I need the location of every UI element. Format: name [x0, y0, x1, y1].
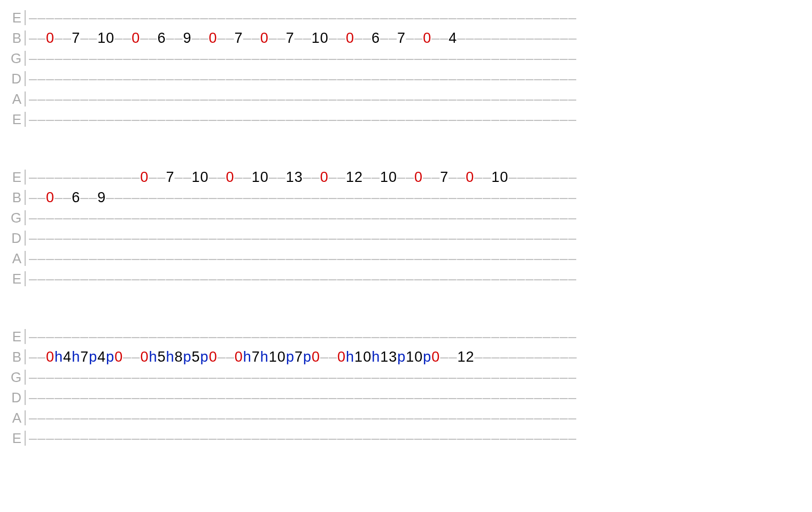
pull-off: p	[423, 350, 431, 364]
fret-open: 0	[423, 31, 431, 45]
pull-off: p	[200, 350, 209, 364]
tab-gap: ––	[29, 350, 46, 364]
hammer-on: h	[372, 350, 380, 364]
tab-string-line: B––0h4h7p4p0––0h5h8p5p0––0h7h10p7p0––0h1…	[11, 347, 801, 367]
string-name: B	[11, 31, 25, 45]
string-name: B	[11, 190, 25, 204]
string-name: E	[11, 330, 25, 343]
tab-gap: ––––––––––––––––––––––––––––––––––––––––…	[46, 431, 560, 446]
tab-gap: ––	[560, 190, 577, 205]
tab-gap: ––––––––––––––––––––––––––––––––––––––––…	[46, 391, 560, 405]
fret-number: 12	[346, 170, 363, 185]
fret-number: 7	[166, 170, 174, 185]
tab-gap: ––	[329, 31, 346, 45]
tab-cells: ––––––––––––––––––––––––––––––––––––––––…	[29, 391, 801, 405]
tab-gap: ––	[560, 211, 577, 225]
bar-line	[25, 51, 26, 66]
tab-gap: ––	[209, 170, 226, 185]
fret-open: 0	[132, 31, 140, 45]
tab-string-line: A–––––––––––––––––––––––––––––––––––––––…	[11, 89, 801, 109]
string-name: G	[11, 211, 25, 225]
fret-number: 6	[72, 190, 80, 205]
bar-line	[25, 349, 26, 364]
tab-gap: ––––––	[508, 170, 560, 185]
fret-number: 7	[252, 350, 260, 364]
tab-cells: ––––––––––––––––––––––––––––––––––––––––…	[29, 330, 801, 344]
tab-gap: ––	[29, 51, 46, 66]
tab-string-line: E–––––––––––––––––––––––––––––––––––––––…	[11, 7, 801, 28]
tab-gap: ––	[329, 170, 346, 185]
fret-number: 10	[252, 170, 269, 185]
string-name: E	[11, 272, 25, 286]
tab-gap: ––	[560, 51, 577, 66]
bar-line	[25, 431, 26, 446]
tab-string-line: E–––––––––––––––––––––––––––––––––––––––…	[11, 269, 801, 289]
tab-block: E–––––––––––––––––––––––––––––––––––––––…	[11, 7, 801, 129]
tab-gap: –	[89, 170, 97, 185]
tab-gap: ––	[29, 11, 46, 25]
fret-open: 0	[46, 350, 55, 364]
string-name: D	[11, 231, 25, 245]
tab-gap: ––	[149, 170, 166, 185]
bar-line	[25, 170, 26, 185]
tab-gap: ––––––––––––––––––––––––––––––––––––––––…	[46, 51, 560, 66]
fret-open: 0	[346, 31, 354, 45]
tab-string-line: A–––––––––––––––––––––––––––––––––––––––…	[11, 408, 801, 428]
fret-number: 10	[354, 350, 372, 364]
tab-gap: ––	[448, 170, 466, 185]
tab-string-line: E–––––––––––––0––7––10––0––10––13––0––12…	[11, 167, 801, 187]
tab-page: E–––––––––––––––––––––––––––––––––––––––…	[0, 0, 812, 507]
bar-line	[25, 190, 26, 205]
fret-number: 10	[406, 350, 423, 364]
tab-cells: ––––––––––––––––––––––––––––––––––––––––…	[29, 431, 801, 446]
tab-gap: ––––––––––––––––––––––––––––––––––––––––…	[46, 330, 560, 344]
fret-number: 13	[286, 170, 303, 185]
tab-gap: ––	[406, 31, 423, 45]
tab-gap: ––	[560, 272, 577, 286]
fret-open: 0	[209, 31, 218, 45]
string-name: A	[11, 251, 25, 265]
bar-line	[25, 271, 26, 286]
tab-gap: ––	[560, 350, 577, 364]
tab-gap: ––	[29, 170, 46, 185]
tab-cells: ––––––––––––––––––––––––––––––––––––––––…	[29, 51, 801, 66]
tab-gap: ––	[474, 170, 491, 185]
tab-cells: ––––––––––––––––––––––––––––––––––––––––…	[29, 370, 801, 385]
fret-number: 4	[448, 31, 457, 45]
tab-gap: ––	[560, 31, 577, 45]
fret-open: 0	[337, 350, 346, 364]
tab-string-line: G–––––––––––––––––––––––––––––––––––––––…	[11, 367, 801, 387]
tab-cells: ––––––––––––––––––––––––––––––––––––––––…	[29, 211, 801, 225]
tab-gap: ––––––––––––––––––––––––––––––––––––––––…	[46, 72, 560, 86]
tab-gap: ––	[29, 231, 46, 246]
tab-gap: ––	[97, 170, 114, 185]
fret-open: 0	[140, 170, 149, 185]
tab-gap: –––	[46, 170, 72, 185]
bar-line	[25, 30, 26, 45]
tab-gap: ––	[29, 211, 46, 225]
fret-open: 0	[226, 170, 235, 185]
tab-gap: ––	[560, 370, 577, 385]
fret-number: 10	[380, 170, 397, 185]
tab-string-line: B––0––6––9––––––––––––––––––––––––––––––…	[11, 187, 801, 208]
tab-gap: ––	[218, 350, 235, 364]
tab-string-line: G–––––––––––––––––––––––––––––––––––––––…	[11, 208, 801, 228]
tab-gap: ––	[560, 391, 577, 405]
tab-cells: ––––––––––––––––––––––––––––––––––––––––…	[29, 92, 801, 106]
tab-cells: ––––––––––––––––––––––––––––––––––––––––…	[29, 272, 801, 286]
tab-gap: ––	[560, 170, 577, 185]
tab-gap: ––	[303, 170, 320, 185]
fret-open: 0	[46, 190, 55, 205]
fret-number: 10	[97, 31, 114, 45]
tab-string-line: D–––––––––––––––––––––––––––––––––––––––…	[11, 68, 801, 89]
pull-off: p	[89, 350, 97, 364]
pull-off: p	[286, 350, 295, 364]
fret-number: 10	[312, 31, 329, 45]
tab-gap: ––	[80, 31, 97, 45]
tab-gap: ––	[174, 170, 191, 185]
tab-string-line: D–––––––––––––––––––––––––––––––––––––––…	[11, 387, 801, 408]
tab-gap: ––	[114, 31, 132, 45]
tab-gap: ––	[431, 31, 448, 45]
bar-line	[25, 370, 26, 385]
tab-cells: ––0h4h7p4p0––0h5h8p5p0––0h7h10p7p0––0h10…	[29, 350, 801, 364]
